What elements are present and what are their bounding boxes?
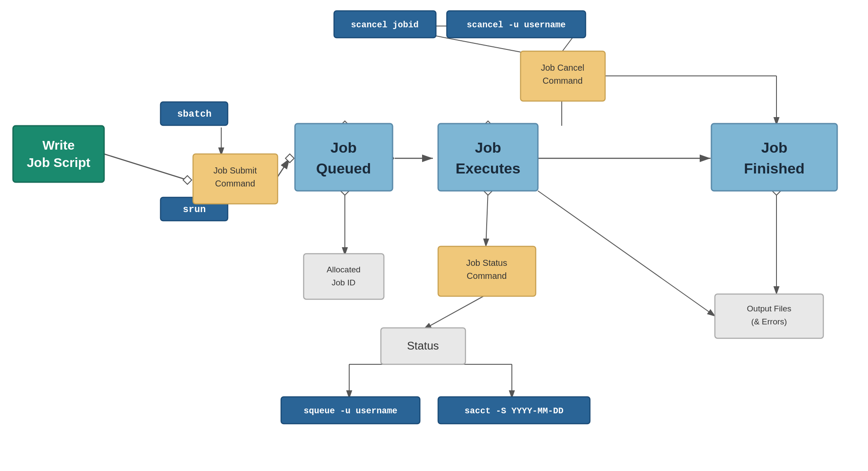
- svg-text:Job: Job: [475, 139, 501, 156]
- diagram-container: Write Job Script sbatch srun Job Submit …: [0, 0, 868, 471]
- output-files-node: [715, 294, 823, 338]
- svg-text:Job: Job: [761, 139, 787, 156]
- svg-text:Queued: Queued: [316, 160, 371, 177]
- svg-text:Job Script: Job Script: [27, 155, 91, 170]
- svg-line-15: [486, 191, 488, 247]
- svg-text:Status: Status: [407, 339, 439, 352]
- svg-text:srun: srun: [183, 204, 206, 215]
- svg-text:Job ID: Job ID: [332, 278, 356, 287]
- svg-text:Allocated: Allocated: [327, 265, 360, 274]
- svg-text:scancel -u username: scancel -u username: [467, 20, 566, 30]
- svg-text:Finished: Finished: [744, 160, 805, 177]
- svg-line-21: [538, 191, 716, 317]
- svg-text:squeue -u username: squeue -u username: [304, 406, 397, 416]
- svg-text:Command: Command: [543, 76, 583, 85]
- svg-text:Job Cancel: Job Cancel: [541, 63, 584, 72]
- svg-marker-22: [183, 176, 192, 184]
- diagram-svg: Write Job Script sbatch srun Job Submit …: [0, 0, 868, 471]
- job-executes-node: [438, 124, 538, 191]
- svg-text:Job: Job: [331, 139, 357, 156]
- svg-text:(& Errors): (& Errors): [751, 317, 787, 326]
- job-finished-node: [711, 124, 837, 191]
- svg-marker-23: [285, 154, 294, 163]
- write-job-script-node: [13, 126, 104, 182]
- svg-line-2: [104, 154, 187, 180]
- svg-line-16: [423, 295, 486, 330]
- svg-text:sbatch: sbatch: [177, 109, 211, 120]
- svg-text:Job Submit: Job Submit: [213, 166, 257, 175]
- svg-text:Output Files: Output Files: [747, 304, 791, 313]
- svg-text:Job Status: Job Status: [466, 258, 508, 268]
- svg-text:Write: Write: [43, 138, 75, 152]
- svg-text:sacct -S YYYY-MM-DD: sacct -S YYYY-MM-DD: [465, 406, 563, 416]
- svg-text:Command: Command: [467, 271, 507, 281]
- svg-text:scancel jobid: scancel jobid: [351, 20, 419, 30]
- job-queued-node: [295, 124, 393, 191]
- allocated-job-id-node: [304, 254, 384, 299]
- svg-text:Executes: Executes: [455, 160, 520, 177]
- svg-text:Command: Command: [215, 179, 255, 188]
